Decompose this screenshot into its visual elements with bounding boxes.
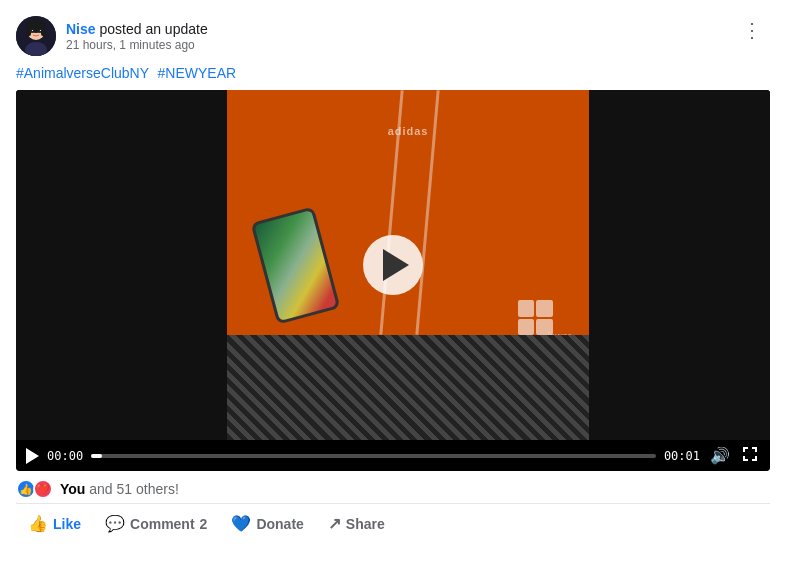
hashtag-animalverse[interactable]: #AnimalverseClubNY <box>16 65 149 81</box>
post-action: posted an update <box>99 21 207 37</box>
post-author-line: Nise posted an update <box>66 21 208 37</box>
video-thumbnail[interactable]: adidas <box>16 90 770 440</box>
donate-button[interactable]: 💙 Donate <box>219 508 315 539</box>
volume-button[interactable]: 🔊 <box>708 446 732 465</box>
post-hashtags: #AnimalverseClubNY #NEWYEAR <box>16 64 770 82</box>
share-button[interactable]: ↗ Share <box>316 508 397 539</box>
progress-bar[interactable] <box>91 454 656 458</box>
video-right-dark <box>582 90 771 440</box>
comment-count: 2 <box>200 516 208 532</box>
donate-action-icon: 💙 <box>231 514 251 533</box>
volume-icon: 🔊 <box>710 447 730 464</box>
comment-button[interactable]: 💬 Comment 2 <box>93 508 219 539</box>
adidas-logo: adidas <box>388 125 429 137</box>
progress-fill <box>91 454 102 458</box>
hashtag-newyear[interactable]: #NEWYEAR <box>158 65 237 81</box>
comment-action-icon: 💬 <box>105 514 125 533</box>
post-timestamp: 21 hours, 1 minutes ago <box>66 38 208 52</box>
reactions-text: You and 51 others! <box>60 481 179 497</box>
reaction-icons: 👍 ❤️ <box>16 479 50 499</box>
post-card: Nise posted an update 21 hours, 1 minute… <box>0 0 786 547</box>
svg-point-9 <box>40 30 41 31</box>
post-header-left: Nise posted an update 21 hours, 1 minute… <box>16 16 208 56</box>
svg-point-6 <box>30 29 34 33</box>
like-button[interactable]: 👍 Like <box>16 508 93 539</box>
author-name[interactable]: Nise <box>66 21 96 37</box>
fullscreen-icon <box>742 446 758 462</box>
svg-point-8 <box>32 30 33 31</box>
more-options-icon: ⋮ <box>742 19 762 41</box>
phone-in-hand <box>251 206 341 324</box>
phone-screen <box>254 210 337 321</box>
post-meta: Nise posted an update 21 hours, 1 minute… <box>66 21 208 52</box>
like-action-icon: 👍 <box>28 514 48 533</box>
play-control-button[interactable] <box>26 448 39 464</box>
video-controls: 00:00 00:01 🔊 <box>16 440 770 471</box>
donate-label: Donate <box>256 516 303 532</box>
pants-pattern <box>227 335 589 440</box>
like-label: Like <box>53 516 81 532</box>
actions-row: 👍 Like 💬 Comment 2 💙 Donate ↗ Share <box>16 504 770 547</box>
video-container: adidas <box>16 90 770 471</box>
play-button-overlay[interactable] <box>363 235 423 295</box>
fullscreen-button[interactable] <box>740 446 760 465</box>
four-square-logo <box>518 300 553 335</box>
love-reaction-icon: ❤️ <box>33 479 53 499</box>
video-left-dark <box>16 90 242 440</box>
reactions-row: 👍 ❤️ You and 51 others! <box>16 471 770 504</box>
share-action-icon: ↗ <box>328 514 341 533</box>
comment-label: Comment <box>130 516 195 532</box>
more-options-button[interactable]: ⋮ <box>734 16 770 44</box>
avatar[interactable] <box>16 16 56 56</box>
post-header: Nise posted an update 21 hours, 1 minute… <box>16 16 770 56</box>
and-others-text: and 51 others! <box>89 481 179 497</box>
you-text: You <box>60 481 85 497</box>
current-time: 00:00 <box>47 449 83 463</box>
share-label: Share <box>346 516 385 532</box>
end-time: 00:01 <box>664 449 700 463</box>
svg-point-7 <box>38 29 42 33</box>
